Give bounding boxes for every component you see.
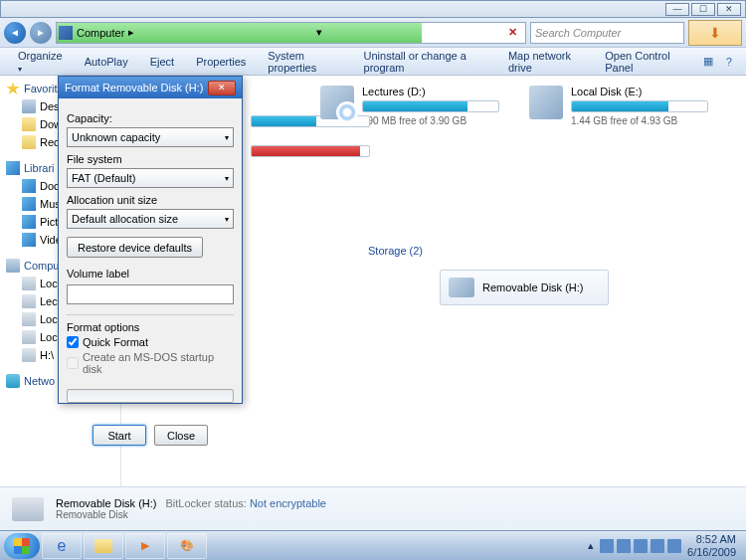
- map-drive-button[interactable]: Map network drive: [498, 46, 593, 78]
- drive-lectures[interactable]: Lectures (D:) 890 MB free of 3.90 GB: [320, 86, 499, 126]
- drive-local-e[interactable]: Local Disk (E:) 1.44 GB free of 4.93 GB: [529, 86, 708, 126]
- drive-name: Removable Disk (H:): [482, 281, 583, 293]
- format-dialog: Format Removable Disk (H:) ✕ Capacity: U…: [58, 76, 243, 404]
- organize-menu[interactable]: Organize: [8, 46, 73, 78]
- start-button[interactable]: Start: [93, 425, 146, 446]
- filesystem-label: File system: [67, 153, 234, 165]
- capacity-bar: [362, 100, 499, 112]
- drive-name: Lectures (D:): [362, 86, 499, 97]
- taskbar: e ▶ 🎨 ▴ 8:52 AM 6/16/2009: [0, 530, 746, 560]
- drive-icon: [22, 348, 36, 362]
- properties-button[interactable]: Properties: [186, 52, 256, 72]
- network-icon: [6, 374, 20, 388]
- dialog-close-button[interactable]: ✕: [208, 81, 236, 95]
- drive-icon: [22, 312, 36, 326]
- tray-volume-icon[interactable]: [667, 539, 681, 553]
- dialog-titlebar[interactable]: Format Removable Disk (H:) ✕: [59, 77, 242, 98]
- autoplay-button[interactable]: AutoPlay: [75, 52, 138, 72]
- details-pane: Removable Disk (H:) BitLocker status: No…: [0, 486, 746, 530]
- window-close-button[interactable]: ✕: [717, 3, 741, 16]
- window-controls: — ☐ ✕: [0, 0, 746, 18]
- tray-expand-icon[interactable]: ▴: [588, 539, 594, 552]
- control-panel-button[interactable]: Open Control Panel: [595, 46, 695, 78]
- uninstall-button[interactable]: Uninstall or change a program: [354, 46, 496, 78]
- star-icon: [6, 82, 20, 95]
- minimize-button[interactable]: —: [665, 3, 689, 16]
- back-button[interactable]: ◄: [4, 22, 26, 44]
- details-type: Removable Disk: [56, 509, 326, 520]
- dropdown-icon[interactable]: ▾: [309, 24, 329, 42]
- tray-icon[interactable]: [600, 539, 614, 553]
- taskbar-paint[interactable]: 🎨: [167, 533, 207, 559]
- stop-icon[interactable]: ✕: [503, 24, 523, 42]
- folder-icon: [22, 135, 36, 149]
- taskbar-ie[interactable]: e: [42, 533, 82, 559]
- format-progress: [67, 389, 234, 403]
- help-icon[interactable]: ?: [720, 51, 738, 73]
- view-icon[interactable]: ▦: [699, 51, 717, 73]
- taskbar-explorer[interactable]: [84, 533, 123, 559]
- capacity-bar: [571, 100, 708, 112]
- drive-icon: [320, 86, 354, 119]
- capacity-select[interactable]: Unknown capacity: [67, 127, 234, 147]
- documents-icon: [22, 179, 36, 193]
- details-name: Removable Disk (H:): [56, 497, 156, 509]
- library-icon: [6, 161, 20, 175]
- system-tray: ▴ 8:52 AM 6/16/2009: [588, 533, 742, 557]
- bitlocker-label: BitLocker status:: [166, 497, 247, 509]
- close-button[interactable]: Close: [154, 425, 208, 446]
- drive-icon: [22, 294, 36, 308]
- forward-button[interactable]: ►: [30, 22, 52, 44]
- allocation-select[interactable]: Default allocation size: [67, 209, 234, 229]
- computer-icon: [59, 26, 73, 40]
- allocation-label: Allocation unit size: [67, 194, 234, 206]
- format-options-label: Format options: [67, 321, 234, 333]
- download-icon: ⬇: [709, 25, 721, 41]
- navigation-bar: ◄ ► Computer ▸ ▾ ✕ Search Computer ⬇: [0, 18, 746, 48]
- drive-icon: [22, 330, 36, 344]
- drive-icon: [529, 86, 563, 119]
- bitlocker-status: Not encryptable: [250, 497, 326, 509]
- tray-icon[interactable]: [617, 539, 631, 553]
- addon-button[interactable]: ⬇: [688, 20, 742, 46]
- drive-free-text: 890 MB free of 3.90 GB: [362, 115, 499, 126]
- address-bar[interactable]: Computer ▸ ▾ ✕: [56, 22, 526, 44]
- folder-icon: [94, 539, 112, 553]
- pictures-icon: [22, 215, 36, 229]
- search-input[interactable]: Search Computer: [530, 22, 684, 44]
- dialog-title: Format Removable Disk (H:): [65, 82, 203, 93]
- drive-free-text: 1.44 GB free of 4.93 GB: [571, 115, 708, 126]
- folder-icon: [22, 117, 36, 131]
- removable-drive-icon: [449, 278, 474, 297]
- drive-icon: [22, 277, 36, 290]
- computer-icon: [6, 259, 20, 273]
- volume-label-input[interactable]: [67, 284, 234, 304]
- drive-removable[interactable]: Removable Disk (H:): [440, 270, 609, 305]
- eject-button[interactable]: Eject: [140, 52, 184, 72]
- msdos-checkbox[interactable]: Create an MS-DOS startup disk: [67, 351, 234, 375]
- tray-icon[interactable]: [634, 539, 648, 553]
- system-properties-button[interactable]: System properties: [258, 46, 351, 78]
- maximize-button[interactable]: ☐: [691, 3, 715, 16]
- music-icon: [22, 197, 36, 211]
- capacity-label: Capacity:: [67, 112, 234, 124]
- removable-drive-icon: [12, 497, 44, 521]
- tray-network-icon[interactable]: [651, 539, 664, 553]
- videos-icon: [22, 233, 36, 247]
- command-bar: Organize AutoPlay Eject Properties Syste…: [0, 48, 746, 76]
- breadcrumb-root[interactable]: Computer: [77, 27, 124, 39]
- filesystem-select[interactable]: FAT (Default): [67, 168, 234, 188]
- taskbar-media[interactable]: ▶: [125, 533, 165, 559]
- quick-format-checkbox[interactable]: Quick Format: [67, 336, 234, 348]
- volume-label-label: Volume label: [67, 268, 234, 280]
- start-button[interactable]: [4, 533, 40, 559]
- clock[interactable]: 8:52 AM 6/16/2009: [687, 533, 736, 557]
- storage-group-header[interactable]: Storage (2): [368, 245, 423, 257]
- breadcrumb-sep[interactable]: ▸: [128, 26, 134, 39]
- drive-name: Local Disk (E:): [571, 86, 708, 97]
- desktop-icon: [22, 99, 36, 113]
- restore-defaults-button[interactable]: Restore device defaults: [67, 237, 203, 258]
